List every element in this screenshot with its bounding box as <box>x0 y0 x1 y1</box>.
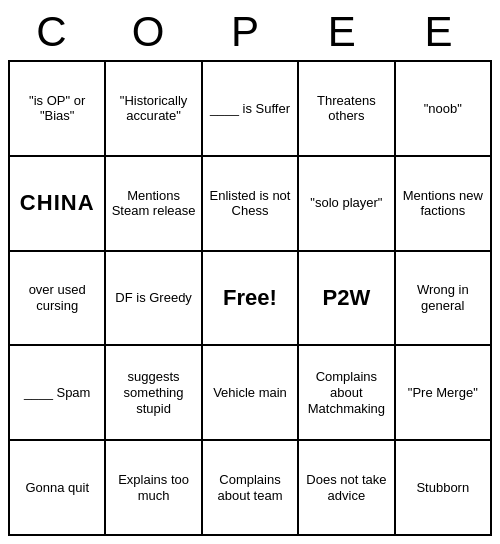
bingo-cell-10: over used cursing <box>10 252 106 347</box>
bingo-cell-2: ____ is Suffer <box>203 62 299 157</box>
bingo-cell-12: Free! <box>203 252 299 347</box>
bingo-cell-18: Complains about Matchmaking <box>299 346 395 441</box>
title-letter-c: C <box>8 8 105 56</box>
bingo-cell-3: Threatens others <box>299 62 395 157</box>
title-letter-e2: E <box>395 8 492 56</box>
bingo-cell-11: DF is Greedy <box>106 252 202 347</box>
bingo-cell-8: "solo player" <box>299 157 395 252</box>
bingo-cell-6: Mentions Steam release <box>106 157 202 252</box>
bingo-cell-0: "is OP" or "Bias" <box>10 62 106 157</box>
bingo-cell-4: "noob" <box>396 62 492 157</box>
bingo-cell-16: suggests something stupid <box>106 346 202 441</box>
bingo-cell-17: Vehicle main <box>203 346 299 441</box>
bingo-cell-19: "Pre Merge" <box>396 346 492 441</box>
title-letter-o: O <box>105 8 202 56</box>
bingo-cell-23: Does not take advice <box>299 441 395 536</box>
title-letter-p: P <box>202 8 299 56</box>
bingo-cell-1: "Historically accurate" <box>106 62 202 157</box>
bingo-title: C O P E E <box>8 8 492 56</box>
bingo-grid: "is OP" or "Bias""Historically accurate"… <box>8 60 492 536</box>
bingo-cell-15: ____ Spam <box>10 346 106 441</box>
bingo-cell-14: Wrong in general <box>396 252 492 347</box>
bingo-cell-22: Complains about team <box>203 441 299 536</box>
bingo-cell-5: CHINA <box>10 157 106 252</box>
bingo-cell-13: P2W <box>299 252 395 347</box>
bingo-cell-21: Explains too much <box>106 441 202 536</box>
bingo-cell-9: Mentions new factions <box>396 157 492 252</box>
bingo-cell-24: Stubborn <box>396 441 492 536</box>
title-letter-e1: E <box>298 8 395 56</box>
bingo-cell-7: Enlisted is not Chess <box>203 157 299 252</box>
bingo-cell-20: Gonna quit <box>10 441 106 536</box>
